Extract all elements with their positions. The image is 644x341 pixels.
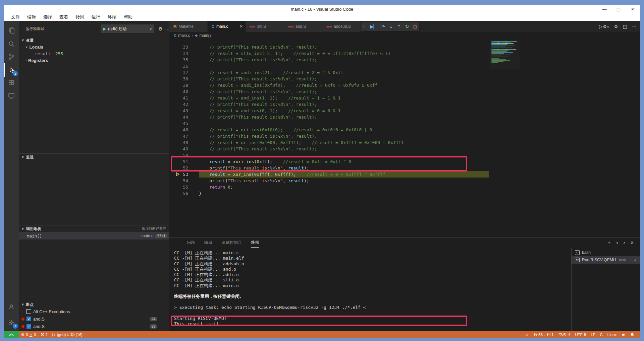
code-gutter[interactable]: 43 <box>169 108 199 114</box>
variable-row[interactable]: result: 255 <box>19 50 169 57</box>
tab-and.S[interactable]: asmand.S <box>284 21 322 32</box>
debug-status[interactable]: ▷(gdb) 启动 (16) <box>50 331 85 338</box>
remote-explorer-icon[interactable] <box>4 89 19 103</box>
encoding[interactable]: UTF-8 <box>573 331 589 338</box>
more-actions-icon[interactable]: ⋯ <box>632 24 637 29</box>
start-debug-icon[interactable]: ▶ <box>103 26 106 31</box>
code-line-55[interactable]: 55 return 0; <box>169 184 640 190</box>
terminal-list-item[interactable]: ›_bash <box>572 249 640 256</box>
continue-icon[interactable]: ▶▏ <box>370 24 377 29</box>
indentation[interactable]: 空格: 4 <box>556 331 573 338</box>
code-gutter[interactable]: 37 <box>169 69 199 76</box>
step-out-icon[interactable]: ⇡ <box>397 24 401 29</box>
variables-header[interactable]: ∨ 变量 <box>19 37 169 44</box>
code-gutter[interactable]: 35 <box>169 57 199 63</box>
os-indicator[interactable]: Linux <box>605 331 619 338</box>
maximize-panel-icon[interactable]: ∧ <box>623 241 626 245</box>
code-gutter[interactable]: 44 <box>169 114 199 120</box>
panel-tab-终端[interactable]: 终端 <box>251 237 259 248</box>
split-editor-icon[interactable]: ◫ <box>623 24 627 29</box>
code-gutter[interactable]: 39 <box>169 82 199 88</box>
code-gutter[interactable]: 56 <box>169 190 199 197</box>
locals-group[interactable]: ∨ Locals <box>19 44 169 50</box>
code-gutter[interactable]: 48 <box>169 139 199 146</box>
flame-icon[interactable]: 🜂 <box>523 331 531 338</box>
code-gutter[interactable]: 52 <box>169 165 199 171</box>
run-or-debug-icon[interactable]: ▷⚙∨ <box>599 24 609 29</box>
notifications-bell-icon[interactable]: 🔔︎ <box>628 331 637 338</box>
tab-addsub.S[interactable]: asmaddsub.S <box>322 21 361 32</box>
code-line-48[interactable]: 48 // result = or_ins(0x1000, 0x1111); /… <box>169 139 640 146</box>
step-into-icon[interactable]: ⇣ <box>389 24 393 29</box>
code-gutter[interactable]: 55 <box>169 184 199 190</box>
close-icon[interactable]: ✕ <box>239 24 243 29</box>
code-line-50[interactable]: 50 <box>169 152 640 158</box>
call-stack-header[interactable]: ∨ 调用堆栈 因 STEP 已暂停 <box>19 225 169 232</box>
stack-frame-row[interactable]: main() main.c 53:1 <box>19 232 169 240</box>
code-line-37[interactable]: 37 // result = andi_ins(2); //result = 2… <box>169 69 640 76</box>
gear-icon[interactable]: ⚙ <box>158 26 163 31</box>
breakpoint-checkbox[interactable]: ✓ <box>26 317 31 321</box>
menu-item-1[interactable]: 编辑 <box>24 13 39 21</box>
close-icon[interactable]: ✕ <box>630 7 635 12</box>
run-and-debug-icon[interactable]: 1 <box>4 63 19 77</box>
menu-item-4[interactable]: 转到 <box>72 13 87 21</box>
code-line-52[interactable]: 52 printf("This result is:%x\n", result)… <box>169 165 640 171</box>
breakpoint-checkbox[interactable]: ✓ <box>26 324 31 329</box>
code-line-49[interactable]: 49 // printf("This result is:%x\n", resu… <box>169 146 640 152</box>
breakpoint-checkbox[interactable] <box>26 309 31 314</box>
code-gutter[interactable]: 47 <box>169 133 199 139</box>
code-line-38[interactable]: 38 // printf("This result is:%d\n", resu… <box>169 76 640 82</box>
watch-header[interactable]: ∨ 监视 <box>19 154 169 160</box>
step-over-icon[interactable]: ↷ <box>381 24 385 29</box>
tab-main.c[interactable]: Cmain.c✕ <box>208 21 246 32</box>
code-line-40[interactable]: 40 // printf("This result is:%x\n", resu… <box>169 88 640 95</box>
code-line-45[interactable]: 45 <box>169 120 640 127</box>
code-gutter[interactable]: 41 <box>169 95 199 101</box>
account-icon[interactable] <box>4 300 19 314</box>
source-control-icon[interactable] <box>4 50 19 63</box>
code-line-46[interactable]: 46 // result = ori_ins(0xf0f0); //result… <box>169 127 640 133</box>
stop-icon[interactable]: ◻ <box>413 24 417 29</box>
maximize-icon[interactable]: ▢ <box>616 7 621 12</box>
code-line-33[interactable]: 33 // printf("This result is:%d\n", resu… <box>169 44 640 50</box>
problems-status[interactable]: ⊗0 △0 <box>19 331 38 338</box>
menu-item-6[interactable]: 终端 <box>105 13 119 21</box>
tab-Makefile[interactable]: MMakefile <box>169 21 208 32</box>
code-gutter[interactable]: 46 <box>169 127 199 133</box>
gear-icon[interactable]: ⚙ <box>614 24 618 29</box>
terminal-list-item[interactable]: ⚒Run RISCV-QEMUTask✓ <box>572 256 640 264</box>
code-line-41[interactable]: 41 // result = and_ins(1, 1); //result =… <box>169 95 640 101</box>
code-line-53[interactable]: 53 result = xor_ins(0xffff, 0xffff); //r… <box>169 171 640 178</box>
code-line-51[interactable]: 51 result = xori_ins(0xff); //result = 0… <box>169 158 640 165</box>
feedback-icon[interactable]: ☻ <box>619 331 628 338</box>
registers-group[interactable]: › Registers <box>19 57 169 64</box>
new-terminal-icon[interactable]: ＋ <box>607 240 611 246</box>
menu-item-5[interactable]: 运行 <box>89 13 103 21</box>
panel-tab-问题[interactable]: 问题 <box>187 237 195 248</box>
search-icon[interactable] <box>4 37 19 51</box>
breakpoint-row[interactable]: ✓and.S29 <box>19 323 169 330</box>
cursor-position[interactable]: 行 53，列 1 <box>531 331 556 338</box>
code-gutter[interactable]: 53 <box>169 171 199 178</box>
chevron-down-icon[interactable]: ∨ <box>616 241 618 245</box>
code-gutter[interactable]: 51 <box>169 158 199 165</box>
minimize-icon[interactable]: — <box>602 7 607 12</box>
code-line-42[interactable]: 42 // printf("This result is:%d\n", resu… <box>169 101 640 108</box>
code-gutter[interactable]: 33 <box>169 44 199 50</box>
menu-item-0[interactable]: 文件 <box>8 13 23 21</box>
breakpoints-header[interactable]: ∨ 断点 <box>19 301 169 308</box>
code-editor[interactable]: 33 // printf("This result is:%d\n", resu… <box>169 39 640 237</box>
panel-tab-调试控制台[interactable]: 调试控制台 <box>222 237 242 248</box>
settings-icon[interactable]: 1 <box>4 316 19 329</box>
code-gutter[interactable]: 38 <box>169 76 199 82</box>
breakpoint-row[interactable]: All C++ Exceptions <box>19 308 169 315</box>
tab-slti.S[interactable]: asmslti.S <box>246 21 284 32</box>
code-line-36[interactable]: 36 <box>169 63 640 69</box>
code-line-43[interactable]: 43 // result = and_ins(0, 1); //result =… <box>169 108 640 114</box>
code-gutter[interactable]: 42 <box>169 101 199 108</box>
code-line-54[interactable]: 54 printf("This result is:%x\n", result)… <box>169 178 640 184</box>
terminal-output[interactable]: CC -[M] 正在构建... main.cCC -[M] 正在构建... ma… <box>169 248 571 331</box>
breadcrumb-symbol[interactable]: main() <box>200 33 211 38</box>
code-line-39[interactable]: 39 // result = andi_ins(0xf0f0); //resul… <box>169 82 640 88</box>
